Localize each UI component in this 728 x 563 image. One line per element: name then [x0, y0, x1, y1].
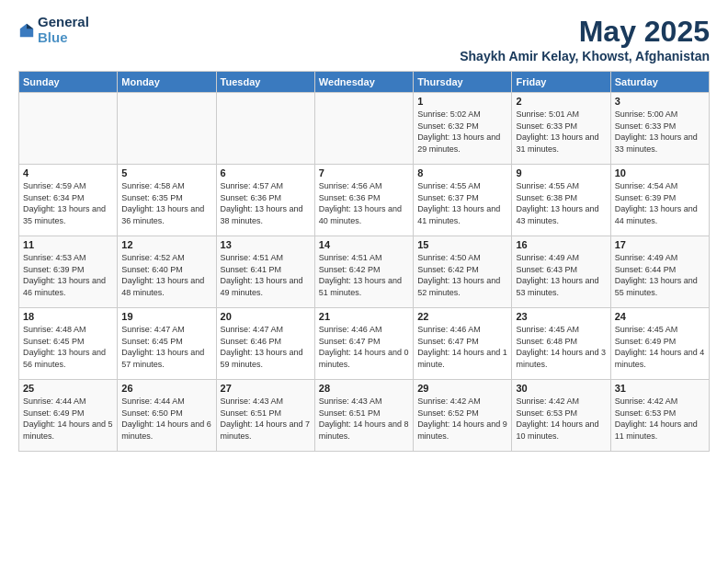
header-row: Sunday Monday Tuesday Wednesday Thursday… — [19, 72, 710, 93]
day-info: Sunrise: 4:51 AM Sunset: 6:42 PM Dayligh… — [319, 252, 409, 298]
day-number: 11 — [23, 239, 113, 250]
table-row: 9Sunrise: 4:55 AM Sunset: 6:38 PM Daylig… — [512, 165, 610, 236]
table-row — [19, 93, 118, 165]
table-row — [216, 93, 314, 165]
day-info: Sunrise: 4:46 AM Sunset: 6:47 PM Dayligh… — [319, 324, 409, 370]
day-number: 1 — [417, 96, 507, 107]
table-row: 1Sunrise: 5:02 AM Sunset: 6:32 PM Daylig… — [414, 93, 512, 165]
table-row: 31Sunrise: 4:42 AM Sunset: 6:53 PM Dayli… — [610, 380, 709, 452]
table-row: 10Sunrise: 4:54 AM Sunset: 6:39 PM Dayli… — [610, 165, 709, 236]
table-row: 3Sunrise: 5:00 AM Sunset: 6:33 PM Daylig… — [610, 93, 709, 165]
day-number: 17 — [615, 239, 705, 250]
day-number: 29 — [417, 383, 507, 394]
title-location: Shaykh Amir Kelay, Khowst, Afghanistan — [460, 49, 710, 63]
day-info: Sunrise: 4:44 AM Sunset: 6:49 PM Dayligh… — [23, 396, 113, 442]
day-info: Sunrise: 4:52 AM Sunset: 6:40 PM Dayligh… — [121, 252, 211, 298]
calendar-week-1: 1Sunrise: 5:02 AM Sunset: 6:32 PM Daylig… — [19, 93, 710, 165]
day-number: 8 — [417, 167, 507, 178]
day-number: 25 — [23, 383, 113, 394]
day-info: Sunrise: 4:49 AM Sunset: 6:44 PM Dayligh… — [615, 252, 705, 298]
day-number: 16 — [516, 239, 606, 250]
day-info: Sunrise: 4:49 AM Sunset: 6:43 PM Dayligh… — [516, 252, 606, 298]
day-number: 2 — [516, 96, 606, 107]
table-row: 16Sunrise: 4:49 AM Sunset: 6:43 PM Dayli… — [512, 236, 610, 308]
day-number: 13 — [221, 239, 311, 250]
table-row: 18Sunrise: 4:48 AM Sunset: 6:45 PM Dayli… — [19, 308, 118, 380]
table-row: 14Sunrise: 4:51 AM Sunset: 6:42 PM Dayli… — [314, 236, 413, 308]
table-row: 21Sunrise: 4:46 AM Sunset: 6:47 PM Dayli… — [314, 308, 413, 380]
table-row: 23Sunrise: 4:45 AM Sunset: 6:48 PM Dayli… — [512, 308, 610, 380]
day-info: Sunrise: 4:43 AM Sunset: 6:51 PM Dayligh… — [319, 396, 409, 442]
calendar-header: Sunday Monday Tuesday Wednesday Thursday… — [19, 72, 710, 93]
calendar-week-4: 18Sunrise: 4:48 AM Sunset: 6:45 PM Dayli… — [19, 308, 710, 380]
day-number: 23 — [516, 311, 606, 322]
logo-icon — [18, 22, 35, 39]
day-info: Sunrise: 5:01 AM Sunset: 6:33 PM Dayligh… — [516, 109, 606, 155]
day-info: Sunrise: 4:42 AM Sunset: 6:53 PM Dayligh… — [615, 396, 705, 442]
day-number: 7 — [319, 167, 409, 178]
title-month: May 2025 — [460, 15, 710, 49]
table-row: 17Sunrise: 4:49 AM Sunset: 6:44 PM Dayli… — [610, 236, 709, 308]
table-row: 29Sunrise: 4:42 AM Sunset: 6:52 PM Dayli… — [414, 380, 512, 452]
day-info: Sunrise: 4:47 AM Sunset: 6:46 PM Dayligh… — [221, 324, 311, 370]
day-number: 21 — [319, 311, 409, 322]
table-row — [314, 93, 413, 165]
table-row: 5Sunrise: 4:58 AM Sunset: 6:35 PM Daylig… — [118, 165, 216, 236]
day-info: Sunrise: 4:43 AM Sunset: 6:51 PM Dayligh… — [221, 396, 311, 442]
day-info: Sunrise: 5:02 AM Sunset: 6:32 PM Dayligh… — [417, 109, 507, 155]
day-info: Sunrise: 4:57 AM Sunset: 6:36 PM Dayligh… — [221, 180, 311, 226]
calendar-table: Sunday Monday Tuesday Wednesday Thursday… — [18, 71, 710, 452]
day-number: 9 — [516, 167, 606, 178]
table-row: 13Sunrise: 4:51 AM Sunset: 6:41 PM Dayli… — [216, 236, 314, 308]
table-row: 19Sunrise: 4:47 AM Sunset: 6:45 PM Dayli… — [118, 308, 216, 380]
day-number: 4 — [23, 167, 113, 178]
table-row: 8Sunrise: 4:55 AM Sunset: 6:37 PM Daylig… — [414, 165, 512, 236]
logo-general-text: General — [38, 15, 89, 30]
day-info: Sunrise: 4:42 AM Sunset: 6:53 PM Dayligh… — [516, 396, 606, 442]
table-row: 11Sunrise: 4:53 AM Sunset: 6:39 PM Dayli… — [19, 236, 118, 308]
day-number: 18 — [23, 311, 113, 322]
table-row: 15Sunrise: 4:50 AM Sunset: 6:42 PM Dayli… — [414, 236, 512, 308]
day-number: 10 — [615, 167, 705, 178]
day-info: Sunrise: 4:47 AM Sunset: 6:45 PM Dayligh… — [121, 324, 211, 370]
col-thursday: Thursday — [414, 72, 512, 93]
day-number: 27 — [221, 383, 311, 394]
day-info: Sunrise: 4:54 AM Sunset: 6:39 PM Dayligh… — [615, 180, 705, 226]
day-number: 14 — [319, 239, 409, 250]
table-row: 26Sunrise: 4:44 AM Sunset: 6:50 PM Dayli… — [118, 380, 216, 452]
calendar-week-2: 4Sunrise: 4:59 AM Sunset: 6:34 PM Daylig… — [19, 165, 710, 236]
table-row: 27Sunrise: 4:43 AM Sunset: 6:51 PM Dayli… — [216, 380, 314, 452]
table-row: 22Sunrise: 4:46 AM Sunset: 6:47 PM Dayli… — [414, 308, 512, 380]
calendar-body: 1Sunrise: 5:02 AM Sunset: 6:32 PM Daylig… — [19, 93, 710, 452]
day-info: Sunrise: 4:53 AM Sunset: 6:39 PM Dayligh… — [23, 252, 113, 298]
logo-blue-text: Blue — [38, 30, 89, 46]
table-row — [118, 93, 216, 165]
day-number: 19 — [121, 311, 211, 322]
day-number: 3 — [615, 96, 705, 107]
title-block: May 2025 Shaykh Amir Kelay, Khowst, Afgh… — [460, 15, 710, 63]
calendar-week-5: 25Sunrise: 4:44 AM Sunset: 6:49 PM Dayli… — [19, 380, 710, 452]
day-number: 24 — [615, 311, 705, 322]
day-info: Sunrise: 4:59 AM Sunset: 6:34 PM Dayligh… — [23, 180, 113, 226]
day-info: Sunrise: 4:45 AM Sunset: 6:49 PM Dayligh… — [615, 324, 705, 370]
logo: General Blue — [18, 15, 89, 45]
page: General Blue May 2025 Shaykh Amir Kelay,… — [0, 0, 728, 563]
day-info: Sunrise: 4:55 AM Sunset: 6:38 PM Dayligh… — [516, 180, 606, 226]
table-row: 2Sunrise: 5:01 AM Sunset: 6:33 PM Daylig… — [512, 93, 610, 165]
table-row: 28Sunrise: 4:43 AM Sunset: 6:51 PM Dayli… — [314, 380, 413, 452]
day-number: 22 — [417, 311, 507, 322]
table-row: 12Sunrise: 4:52 AM Sunset: 6:40 PM Dayli… — [118, 236, 216, 308]
col-monday: Monday — [118, 72, 216, 93]
day-info: Sunrise: 4:48 AM Sunset: 6:45 PM Dayligh… — [23, 324, 113, 370]
table-row: 25Sunrise: 4:44 AM Sunset: 6:49 PM Dayli… — [19, 380, 118, 452]
table-row: 4Sunrise: 4:59 AM Sunset: 6:34 PM Daylig… — [19, 165, 118, 236]
col-sunday: Sunday — [19, 72, 118, 93]
day-info: Sunrise: 4:45 AM Sunset: 6:48 PM Dayligh… — [516, 324, 606, 370]
table-row: 24Sunrise: 4:45 AM Sunset: 6:49 PM Dayli… — [610, 308, 709, 380]
col-saturday: Saturday — [610, 72, 709, 93]
day-info: Sunrise: 4:58 AM Sunset: 6:35 PM Dayligh… — [121, 180, 211, 226]
table-row: 30Sunrise: 4:42 AM Sunset: 6:53 PM Dayli… — [512, 380, 610, 452]
day-info: Sunrise: 4:51 AM Sunset: 6:41 PM Dayligh… — [221, 252, 311, 298]
table-row: 20Sunrise: 4:47 AM Sunset: 6:46 PM Dayli… — [216, 308, 314, 380]
day-number: 28 — [319, 383, 409, 394]
